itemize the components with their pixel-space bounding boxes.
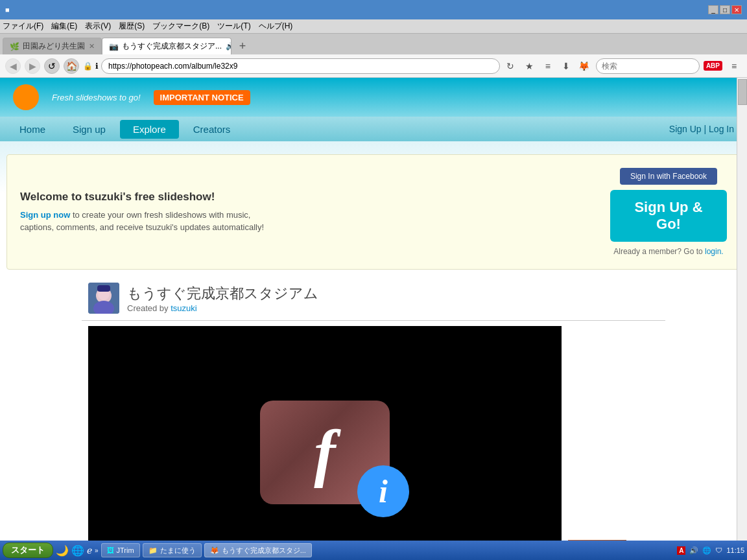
avatar bbox=[88, 283, 119, 314]
flash-icon-container: f i bbox=[260, 401, 390, 504]
menu-help[interactable]: ヘルプ(H) bbox=[259, 21, 293, 32]
reload-icon[interactable]: ↻ bbox=[503, 58, 518, 74]
taskbar-more[interactable]: » bbox=[95, 547, 99, 554]
new-tab-button[interactable]: + bbox=[234, 38, 251, 54]
tab-bar: 🌿 田園みどり共生園 ✕ 📷 もうすぐ完成京都スタジア... 🔊 ✕ + bbox=[0, 34, 747, 54]
menu-file[interactable]: ファイル(F) bbox=[3, 21, 43, 32]
menu-tools[interactable]: ツール(T) bbox=[217, 21, 250, 32]
author-link[interactable]: tsuzuki bbox=[171, 303, 196, 313]
taskbar-tameni[interactable]: 📁 たまに使う bbox=[143, 543, 202, 557]
welcome-actions: Sign In with Facebook Sign Up & Go! Alre… bbox=[610, 168, 727, 256]
lock-icon: 🔒 bbox=[83, 62, 93, 71]
slideshow-info: もうすぐ完成京都スタジアム Created by tsuzuki bbox=[127, 284, 318, 313]
avatar-svg bbox=[88, 283, 119, 314]
minimize-button[interactable]: _ bbox=[708, 5, 718, 14]
content-row: f i bbox=[82, 326, 665, 541]
tab-2[interactable]: 📷 もうすぐ完成京都スタジア... 🔊 ✕ bbox=[102, 38, 231, 54]
created-by: Created by tsuzuki bbox=[127, 303, 318, 313]
slideshow-title: もうすぐ完成京都スタジアム bbox=[127, 284, 318, 303]
tab1-label: 田園みどり共生園 bbox=[23, 41, 85, 52]
search-input[interactable] bbox=[596, 58, 700, 74]
scroll-thumb[interactable] bbox=[738, 79, 747, 105]
taskbar: スタート 🌙 🌐 ℯ » 🖼 JTrim 📁 たまに使う 🦊 もうすぐ完成京都ス… bbox=[0, 541, 747, 560]
tagline: Fresh slideshows to go! bbox=[52, 93, 141, 102]
slideshow-header: もうすぐ完成京都スタジアム Created by tsuzuki bbox=[82, 283, 665, 314]
tab-1[interactable]: 🌿 田園みどり共生園 ✕ bbox=[3, 38, 102, 54]
taskbar-network-icon: 🌐 bbox=[702, 546, 711, 555]
taskbar-sys-icon-a: A bbox=[677, 546, 685, 555]
avatar-image bbox=[88, 283, 119, 314]
title-bar: ■ _ □ ✕ bbox=[0, 0, 747, 19]
taskbar-right: A 🔊 🌐 🛡 11:15 bbox=[677, 546, 744, 555]
nav-bar: Home Sign up Explore Creators Sign Up | … bbox=[0, 117, 747, 141]
info-icon: ℹ bbox=[95, 62, 99, 71]
site-header: Fresh slideshows to go! IMPORTANT NOTICE bbox=[0, 78, 747, 117]
address-input[interactable] bbox=[101, 58, 500, 74]
tab2-audio[interactable]: 🔊 bbox=[226, 42, 231, 51]
welcome-box: Welcome to tsuzuki's free slideshow! Sig… bbox=[6, 154, 741, 270]
home-button[interactable]: 🏠 bbox=[64, 58, 79, 74]
signup-now-link[interactable]: Sign up now bbox=[20, 210, 70, 220]
nav-creators[interactable]: Creators bbox=[180, 120, 244, 139]
forward-button[interactable]: ▶ bbox=[25, 58, 40, 74]
tameni-icon: 📁 bbox=[148, 546, 158, 555]
slideshow-section: もうすぐ完成京都スタジアム Created by tsuzuki f i bbox=[82, 283, 665, 541]
address-bar: ◀ ▶ ↺ 🏠 🔒 ℹ ↻ ★ ≡ ⬇ 🦊 ABP ≡ bbox=[0, 54, 747, 78]
login-link[interactable]: login. bbox=[705, 247, 724, 256]
start-button[interactable]: スタート bbox=[3, 542, 53, 558]
download-icon[interactable]: ⬇ bbox=[558, 58, 574, 74]
nav-auth-links: Sign Up | Log In bbox=[669, 124, 741, 134]
nav-home[interactable]: Home bbox=[6, 120, 58, 139]
taskbar-sys-icon-b: 🔊 bbox=[689, 546, 698, 555]
menu-view[interactable]: 表示(V) bbox=[85, 21, 111, 32]
taskbar-icon-moon[interactable]: 🌙 bbox=[56, 544, 69, 557]
nav-signup[interactable]: Sign up bbox=[60, 120, 119, 139]
browser-title: ■ bbox=[5, 6, 10, 14]
pocketmark-icon[interactable]: 🦊 bbox=[576, 58, 592, 74]
nav-login-link[interactable]: Log In bbox=[709, 124, 734, 134]
welcome-heading: Welcome to tsuzuki's free slideshow! bbox=[20, 191, 264, 204]
back-button[interactable]: ◀ bbox=[5, 58, 21, 74]
stadium-icon: 🦊 bbox=[210, 546, 219, 555]
reader-icon[interactable]: ≡ bbox=[540, 58, 556, 74]
already-member-text: Already a member? Go to login. bbox=[613, 247, 723, 256]
welcome-username: tsuzuki's bbox=[85, 191, 132, 203]
adblock-badge[interactable]: ABP bbox=[704, 61, 722, 71]
thumb-sidebar bbox=[568, 326, 633, 541]
nav-explore[interactable]: Explore bbox=[120, 120, 179, 139]
title-divider bbox=[82, 320, 665, 321]
tab1-favicon: 🌿 bbox=[10, 42, 19, 51]
nav-signup-link[interactable]: Sign Up bbox=[669, 124, 702, 134]
tab2-label: もうすぐ完成京都スタジア... bbox=[122, 41, 222, 52]
signup-go-button[interactable]: Sign Up & Go! bbox=[610, 190, 727, 242]
scrollbar[interactable] bbox=[737, 78, 747, 541]
flash-f-letter: f bbox=[314, 415, 335, 490]
logo bbox=[13, 84, 39, 110]
close-button[interactable]: ✕ bbox=[731, 5, 742, 14]
flash-player[interactable]: f i bbox=[88, 326, 562, 541]
important-notice[interactable]: IMPORTANT NOTICE bbox=[154, 90, 250, 105]
page-content: Fresh slideshows to go! IMPORTANT NOTICE… bbox=[0, 78, 747, 541]
taskbar-icon-e[interactable]: ℯ bbox=[87, 545, 92, 555]
bookmark-star-icon[interactable]: ★ bbox=[522, 58, 538, 74]
menu-bookmarks[interactable]: ブックマーク(B) bbox=[152, 21, 209, 32]
menu-edit[interactable]: 編集(E) bbox=[51, 21, 77, 32]
taskbar-stadium[interactable]: 🦊 もうすぐ完成京都スタジ... bbox=[204, 543, 312, 557]
window-controls: _ □ ✕ bbox=[708, 5, 742, 14]
taskbar-time: 11:15 bbox=[726, 546, 744, 554]
tab2-favicon: 📷 bbox=[109, 42, 118, 51]
menu-bar: ファイル(F) 編集(E) 表示(V) 履歴(S) ブックマーク(B) ツール(… bbox=[0, 19, 747, 34]
menu-history[interactable]: 履歴(S) bbox=[119, 21, 145, 32]
taskbar-icon-ie[interactable]: 🌐 bbox=[71, 544, 84, 557]
jtrim-icon: 🖼 bbox=[107, 546, 114, 554]
facebook-signin-button[interactable]: Sign In with Facebook bbox=[620, 168, 717, 185]
welcome-text: Welcome to tsuzuki's free slideshow! Sig… bbox=[20, 191, 264, 234]
taskbar-antivirus-icon: 🛡 bbox=[715, 546, 722, 554]
maximize-button[interactable]: □ bbox=[720, 5, 730, 14]
menu-icon[interactable]: ≡ bbox=[726, 58, 742, 74]
taskbar-jtrim[interactable]: 🖼 JTrim bbox=[101, 543, 140, 557]
info-badge[interactable]: i bbox=[357, 465, 409, 517]
tab1-close[interactable]: ✕ bbox=[89, 42, 95, 51]
refresh-button[interactable]: ↺ bbox=[44, 58, 60, 74]
security-icons: ★ ≡ ⬇ 🦊 bbox=[522, 58, 592, 74]
